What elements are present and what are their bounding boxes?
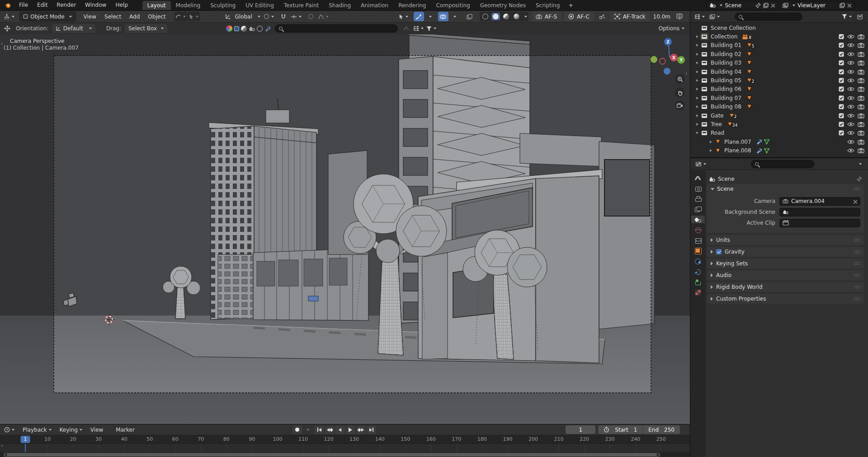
expand-arrow-icon[interactable] [708, 141, 714, 143]
hide-eye-icon[interactable] [847, 130, 854, 136]
3d-viewport-canvas[interactable] [0, 34, 690, 424]
play-button[interactable] [346, 426, 355, 434]
disable-render-icon[interactable] [858, 42, 864, 48]
outliner-row[interactable]: Road [690, 129, 868, 137]
properties-tab[interactable] [691, 278, 705, 286]
expand-arrow-icon[interactable] [694, 88, 700, 90]
exclude-checkbox[interactable] [839, 78, 844, 83]
topbar-menu-item[interactable]: Help [111, 0, 132, 10]
falloff-dropdown[interactable] [316, 12, 330, 21]
orientation-default-dropdown[interactable]: Default [52, 24, 95, 33]
expand-arrow-icon[interactable] [694, 53, 700, 56]
hide-eye-icon[interactable] [847, 52, 854, 57]
drag-handle-icon[interactable] [854, 238, 860, 242]
af-c-button[interactable]: AF-C [564, 12, 594, 21]
disable-render-icon[interactable] [858, 34, 864, 39]
properties-section[interactable]: Gravity [707, 247, 864, 257]
add-key-button[interactable] [597, 12, 607, 21]
unlink-scene-icon[interactable] [771, 3, 775, 7]
exclude-checkbox[interactable] [839, 52, 844, 57]
expand-arrow-icon[interactable] [694, 44, 700, 47]
outliner-display-mode[interactable] [693, 12, 706, 21]
xray-toggle[interactable] [464, 12, 475, 21]
shading-dropdown[interactable] [524, 16, 527, 18]
shading-material-button[interactable] [502, 13, 510, 20]
sidebar-toggle-icon[interactable]: › [1, 41, 3, 47]
pin-icon[interactable] [857, 176, 862, 182]
hide-eye-icon[interactable] [847, 86, 854, 92]
workspace-tab[interactable]: Sculpting [205, 1, 241, 10]
workspace-tab[interactable]: Scripting [531, 1, 565, 10]
disable-render-icon[interactable] [858, 139, 864, 145]
topbar-menu-item[interactable]: Render [52, 0, 80, 10]
brush-icon[interactable] [264, 26, 270, 32]
properties-search-input[interactable] [751, 160, 814, 168]
drag-handle-icon[interactable] [854, 273, 860, 278]
shading-rendered-button[interactable] [512, 13, 521, 20]
expand-arrow-icon[interactable] [694, 35, 700, 38]
properties-section[interactable]: Keying Sets [707, 259, 864, 269]
timeline-region-toggle-icon[interactable]: › [1, 443, 3, 448]
zoom-button[interactable] [675, 74, 685, 84]
disable-render-icon[interactable] [858, 78, 864, 83]
snap-toggle[interactable] [278, 12, 289, 21]
shading-solid-button[interactable] [491, 13, 500, 20]
topbar-menu-item[interactable]: Window [80, 0, 111, 10]
outliner-row[interactable]: Building 02 [690, 50, 868, 58]
workspace-tab[interactable]: Compositing [431, 1, 475, 10]
3d-viewport[interactable]: Camera Perspective (1) Collection | Came… [0, 34, 690, 424]
hide-eye-icon[interactable] [847, 78, 854, 83]
disable-render-icon[interactable] [858, 69, 864, 75]
gizmo-y-axis[interactable]: Y [677, 56, 685, 64]
disable-render-icon[interactable] [858, 130, 864, 136]
playhead[interactable]: 1 [21, 436, 30, 443]
gizmos-dropdown[interactable] [425, 12, 435, 21]
outliner-row[interactable]: Building 08 [690, 103, 868, 111]
background-scene-field[interactable] [779, 208, 860, 217]
focus-distance-value[interactable]: 10.0m [650, 14, 674, 20]
properties-tab[interactable] [691, 216, 705, 223]
hide-eye-icon[interactable] [847, 148, 854, 153]
gizmo-z-axis[interactable]: Z [664, 38, 672, 46]
jump-to-end-button[interactable] [367, 426, 376, 434]
editor-type-selector[interactable] [2, 12, 16, 21]
transform-orientation[interactable]: Global [225, 14, 260, 20]
exclude-checkbox[interactable] [839, 34, 844, 39]
camera-field[interactable]: Camera.004 [779, 197, 860, 206]
jump-to-start-button[interactable] [315, 426, 324, 434]
hide-eye-icon[interactable] [847, 139, 854, 145]
screen-space-icon[interactable] [234, 26, 239, 31]
expand-arrow-icon[interactable] [694, 132, 700, 134]
outliner-filter-dropdown[interactable] [840, 12, 853, 21]
timeline-editor-selector[interactable] [3, 425, 16, 434]
af-track-button[interactable]: AF-Track [610, 12, 650, 21]
disable-render-icon[interactable] [858, 148, 864, 153]
exclude-checkbox[interactable] [839, 60, 844, 66]
topbar-menu-item[interactable]: Edit [33, 0, 52, 10]
playhead-line[interactable] [25, 444, 26, 452]
new-collection-button[interactable] [855, 12, 865, 21]
active-clip-field[interactable] [779, 219, 860, 227]
timeline-menu-item[interactable]: View [86, 427, 112, 433]
section-checkbox[interactable] [716, 249, 722, 254]
workspace-tab[interactable]: Geometry Nodes [475, 1, 531, 10]
outliner-viewlayer-dropdown[interactable] [708, 12, 721, 21]
auto-keying-button[interactable] [292, 426, 302, 434]
filter-list-dropdown[interactable] [412, 24, 425, 33]
clear-camera-icon[interactable] [853, 199, 857, 203]
gizmo-z-neg[interactable] [664, 68, 670, 75]
overlays-dropdown[interactable] [449, 12, 459, 21]
properties-editor-selector[interactable] [694, 159, 708, 169]
outliner-row[interactable]: Building 04 [690, 67, 868, 76]
properties-tab[interactable] [691, 257, 705, 265]
viewport-menu-item[interactable]: Add [125, 14, 144, 20]
workspace-tab[interactable]: + [565, 1, 577, 10]
drag-handle-icon[interactable] [854, 297, 860, 301]
end-frame-field[interactable]: End250 [643, 427, 680, 433]
exclude-checkbox[interactable] [839, 95, 844, 101]
properties-section[interactable]: Units [707, 235, 864, 245]
outliner-row[interactable]: Building 03 [690, 59, 868, 67]
timeline-menu-item[interactable]: Marker [112, 427, 143, 433]
hide-eye-icon[interactable] [847, 60, 854, 66]
start-frame-field[interactable]: Start1 [598, 427, 642, 433]
